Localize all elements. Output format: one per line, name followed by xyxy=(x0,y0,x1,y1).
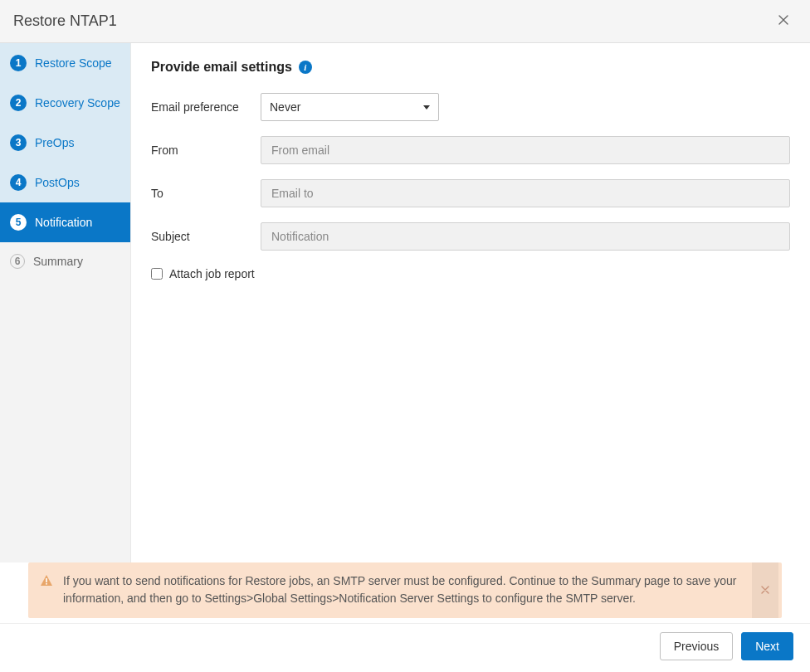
step-label: PostOps xyxy=(35,176,80,189)
sidebar-step-notification[interactable]: 5 Notification xyxy=(0,202,130,242)
previous-button[interactable]: Previous xyxy=(660,632,733,660)
wizard-sidebar: 1 Restore Scope 2 Recovery Scope 3 PreOp… xyxy=(0,43,131,562)
page-heading: Provide email settings xyxy=(151,60,292,75)
sidebar-step-summary[interactable]: 6 Summary xyxy=(0,242,130,280)
row-subject: Subject xyxy=(151,222,790,251)
sidebar-step-recovery-scope[interactable]: 2 Recovery Scope xyxy=(0,83,130,123)
label-email-preference: Email preference xyxy=(151,100,261,114)
svg-rect-0 xyxy=(46,578,47,582)
next-button[interactable]: Next xyxy=(741,632,793,660)
step-label: Summary xyxy=(33,255,83,268)
step-label: Notification xyxy=(35,216,92,229)
title-bar: Restore NTAP1 xyxy=(0,0,810,43)
step-number: 5 xyxy=(10,214,27,231)
caret-down-icon xyxy=(423,105,430,110)
sidebar-step-restore-scope[interactable]: 1 Restore Scope xyxy=(0,43,130,83)
attach-report-checkbox[interactable] xyxy=(151,268,163,280)
email-preference-select[interactable]: Never xyxy=(261,93,439,121)
row-from: From xyxy=(151,136,790,164)
from-email-input[interactable] xyxy=(261,136,790,164)
alert-message: If you want to send notifications for Re… xyxy=(63,572,770,608)
info-icon[interactable]: i xyxy=(299,61,312,74)
heading-row: Provide email settings i xyxy=(151,60,790,75)
row-email-preference: Email preference Never xyxy=(151,93,790,121)
dialog-body: 1 Restore Scope 2 Recovery Scope 3 PreOp… xyxy=(0,43,810,562)
subject-input[interactable] xyxy=(261,222,790,251)
to-email-input[interactable] xyxy=(261,179,790,207)
alert-area: If you want to send notifications for Re… xyxy=(0,562,810,618)
svg-rect-1 xyxy=(46,583,47,585)
warning-icon xyxy=(40,574,53,593)
label-from: From xyxy=(151,144,261,157)
main-panel: Provide email settings i Email preferenc… xyxy=(131,43,810,562)
close-icon xyxy=(777,13,790,27)
dialog-title: Restore NTAP1 xyxy=(13,12,117,30)
label-to: To xyxy=(151,187,261,200)
email-preference-value: Never xyxy=(270,100,300,114)
row-attach-report: Attach job report xyxy=(151,267,790,280)
step-number: 1 xyxy=(10,55,27,71)
step-number: 2 xyxy=(10,95,27,111)
close-button[interactable] xyxy=(770,8,797,34)
alert-close-button[interactable] xyxy=(752,562,778,618)
sidebar-step-postops[interactable]: 4 PostOps xyxy=(0,163,130,202)
row-to: To xyxy=(151,179,790,207)
close-icon xyxy=(761,586,769,594)
step-label: PreOps xyxy=(35,136,74,149)
step-number: 4 xyxy=(10,174,27,191)
sidebar-step-preops[interactable]: 3 PreOps xyxy=(0,123,130,163)
smtp-warning-alert: If you want to send notifications for Re… xyxy=(28,562,782,618)
attach-report-label[interactable]: Attach job report xyxy=(169,267,255,280)
label-subject: Subject xyxy=(151,230,261,243)
step-label: Restore Scope xyxy=(35,56,112,70)
step-label: Recovery Scope xyxy=(35,96,120,110)
step-number: 3 xyxy=(10,134,27,151)
footer: Previous Next xyxy=(0,623,810,672)
step-number: 6 xyxy=(10,254,25,269)
